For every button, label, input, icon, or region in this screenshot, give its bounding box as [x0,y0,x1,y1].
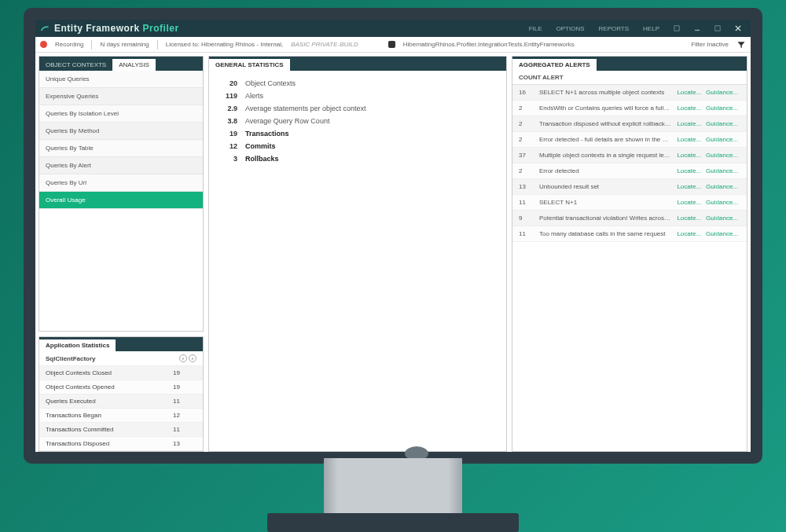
alert-locate-link[interactable]: Locate... [674,152,703,159]
gs-num: 20 [219,79,237,87]
app-title-brand1: Entity Framework [54,23,140,34]
alert-guidance-link[interactable]: Guidance... [703,152,740,159]
alert-guidance-link[interactable]: Guidance... [703,105,740,112]
statusbar: Recording N days remaining Licensed to: … [35,37,751,53]
tab-object-contexts[interactable]: OBJECT CONTEXTS [39,59,112,71]
svg-rect-0 [674,26,679,31]
nav-prev-icon[interactable]: ‹ [179,354,187,362]
alert-row[interactable]: 2Error detectedLocate...Guidance... [512,163,747,179]
alert-row[interactable]: 2Transaction disposed without explicit r… [512,116,747,132]
menu-options[interactable]: OPTIONS [552,25,590,32]
alert-guidance-link[interactable]: Guidance... [703,89,740,96]
stat-row: Transactions Committed11 [39,423,203,437]
tab-analysis[interactable]: ANALYSIS [112,59,156,71]
window-close-icon[interactable] [730,22,746,35]
alert-guidance-link[interactable]: Guidance... [703,136,740,143]
window-pin-icon[interactable] [669,22,685,35]
alert-guidance-link[interactable]: Guidance... [703,183,740,190]
alert-count: 9 [519,215,539,222]
gs-row: 3.8Average Query Row Count [219,115,497,127]
app-statistics-header: Application Statistics [39,337,203,351]
sidebar-item-queries-by-method[interactable]: Queries By Method [39,123,203,140]
alert-guidance-link[interactable]: Guidance... [703,230,740,237]
alert-locate-link[interactable]: Locate... [674,105,703,112]
recording-icon[interactable] [40,41,47,48]
nav-next-icon[interactable]: › [189,354,196,362]
aggregated-alerts-header-label: AGGREGATED ALERTS [512,59,597,71]
stat-key: Object Contexts Opened [46,383,173,391]
sidebar-tabs: OBJECT CONTEXTS ANALYSIS [39,57,203,71]
sidebar-queries-panel: OBJECT CONTEXTS ANALYSIS Unique Queries … [39,56,204,332]
filter-icon[interactable] [736,40,746,50]
alert-row[interactable]: 13Unbounded result setLocate...Guidance.… [512,179,747,195]
alert-message: Transaction disposed without explicit ro… [539,120,674,127]
sidebar-item-queries-by-table[interactable]: Queries By Table [39,140,203,157]
app-statistics-nav-icons: ‹ › [179,354,196,362]
app-statistics-group-title[interactable]: SqlClientFactory ‹ › [39,351,203,366]
alert-row[interactable]: 11SELECT N+1Locate...Guidance... [512,195,747,211]
sidebar-item-queries-by-alert[interactable]: Queries By Alert [39,157,203,174]
stat-row: Transactions Disposed13 [39,437,203,451]
window-maximize-icon[interactable] [710,22,725,35]
app-title: Entity Framework Profiler [54,23,179,34]
general-statistics-panel: GENERAL STATISTICS 20Object Contexts 119… [208,56,507,452]
aggregated-alerts-rows: 16SELECT N+1 across multiple object cont… [512,85,747,242]
stat-row: Object Contexts Opened19 [39,380,203,394]
alert-locate-link[interactable]: Locate... [674,167,703,174]
alert-count: 2 [519,105,539,112]
monitor-stand-neck [324,458,462,513]
menu-file[interactable]: FILE [524,25,547,32]
gs-num: 119 [219,92,237,100]
sidebar-item-queries-by-isolation[interactable]: Queries By Isolation Level [39,105,203,123]
alert-count: 2 [519,136,539,143]
general-statistics-header: GENERAL STATISTICS [209,57,506,71]
app-statistics-header-label: Application Statistics [39,339,116,351]
stat-value: 12 [173,412,196,419]
alert-locate-link[interactable]: Locate... [674,215,703,222]
recording-label: Recording [55,41,83,48]
app-statistics-group-label: SqlClientFactory [46,355,96,362]
alert-guidance-link[interactable]: Guidance... [703,199,740,206]
gs-row: 119Alerts [219,90,497,102]
alert-row[interactable]: 11Too many database calls in the same re… [512,226,747,242]
alert-guidance-link[interactable]: Guidance... [703,215,740,222]
alert-locate-link[interactable]: Locate... [674,183,703,190]
stat-row: Queries Executed11 [39,394,203,409]
alert-row[interactable]: 2Error detected - full details are shown… [512,132,747,148]
sidebar-item-unique-queries[interactable]: Unique Queries [39,71,203,88]
menu-reports[interactable]: REPORTS [594,25,634,32]
gs-label: Rollbacks [245,155,279,163]
alert-guidance-link[interactable]: Guidance... [703,167,740,174]
alert-message: Multiple object contexts in a single req… [539,152,674,159]
build-text: BASIC PRIVATE-BUILD [291,41,358,48]
sidebar-item-overall-usage[interactable]: Overall Usage [39,192,203,209]
alert-row[interactable]: 16SELECT N+1 across multiple object cont… [512,85,747,101]
alert-locate-link[interactable]: Locate... [674,136,703,143]
gs-label: Transactions [245,130,289,138]
alert-guidance-link[interactable]: Guidance... [703,120,740,127]
gs-num: 2.9 [219,105,237,112]
gs-row: 3Rollbacks [219,152,497,165]
sidebar-item-expensive-queries[interactable]: Expensive Queries [39,88,203,105]
gs-label: Average Query Row Count [245,117,329,125]
menu-help[interactable]: HELP [638,25,664,32]
alert-locate-link[interactable]: Locate... [674,199,703,206]
alert-locate-link[interactable]: Locate... [674,89,703,96]
window-minimize-icon[interactable] [689,22,705,35]
gs-row: 2.9Average statements per object context [219,102,497,115]
alert-locate-link[interactable]: Locate... [674,120,703,127]
alert-count: 11 [519,199,539,206]
alert-count: 2 [519,167,539,174]
stat-key: Transactions Began [46,412,173,419]
stat-value: 13 [173,440,196,447]
alert-row[interactable]: 37Multiple object contexts in a single r… [512,148,747,163]
stat-value: 11 [173,398,196,405]
gs-label: Average statements per object context [245,105,365,112]
alert-count: 16 [519,89,539,96]
alert-row[interactable]: 9Potential transactional violation! Writ… [512,211,747,226]
sidebar: OBJECT CONTEXTS ANALYSIS Unique Queries … [39,56,204,452]
gs-label: Alerts [245,92,263,100]
alert-locate-link[interactable]: Locate... [674,230,703,237]
alert-row[interactable]: 2EndsWith or Contains queries will force… [512,101,747,116]
sidebar-item-queries-by-url[interactable]: Queries By Url [39,174,203,192]
